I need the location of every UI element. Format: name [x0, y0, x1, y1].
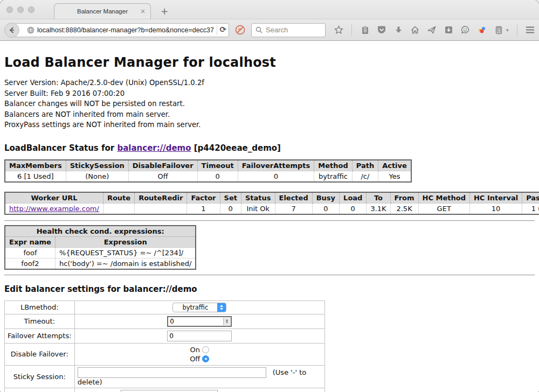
balancer-demo-link[interactable]: balancer://demo	[117, 143, 191, 153]
edit-settings-heading: Edit balancer settings for balancer://de…	[4, 284, 535, 294]
number-spinner-icon[interactable]	[223, 318, 230, 325]
cell-routeredir	[135, 203, 187, 214]
tab-balancer-manager[interactable]: Balancer Manager ×	[54, 3, 151, 19]
screenshot-icon[interactable]	[444, 25, 453, 35]
cell-expr-name: foof2	[5, 258, 55, 269]
menu-icon[interactable]	[526, 25, 535, 35]
zoom-window-button[interactable]	[28, 6, 34, 13]
col-factor: Factor	[187, 192, 220, 204]
traffic-lights	[6, 6, 34, 13]
cell-passes: 1 (0)	[522, 203, 539, 214]
url-text[interactable]: localhost:8880/balancer-manager?b=demo&n…	[37, 26, 214, 34]
col-passes: Passes	[522, 192, 539, 204]
new-tab-button[interactable]: +	[158, 6, 170, 17]
section-divider	[4, 275, 535, 276]
pocket-icon[interactable]	[377, 25, 386, 35]
minimize-window-button[interactable]	[17, 6, 24, 13]
cell-status: Init Ok	[241, 203, 275, 214]
home-icon[interactable]	[410, 25, 420, 35]
cell-maxmembers: 6 [1 Used]	[5, 171, 66, 182]
close-tab-icon[interactable]: ×	[140, 8, 146, 15]
worker-url-link[interactable]: http://www.example.com/	[9, 205, 99, 213]
cell-busy: 0	[312, 203, 339, 214]
timeout-label: Timeout:	[5, 314, 75, 328]
col-method: Method	[314, 160, 352, 171]
server-info: Server Version: Apache/2.5.0-dev (Unix) …	[4, 78, 535, 130]
col-path: Path	[352, 160, 378, 171]
cell-expression: hc('body') =~ /domain is established/	[55, 258, 196, 269]
sticky-session-label: Sticky Session:	[5, 365, 75, 388]
radio-off-label: Off	[190, 355, 200, 363]
col-route: Route	[103, 192, 134, 204]
search-bar[interactable]: Search	[251, 23, 326, 37]
url-bar[interactable]: localhost:8880/balancer-manager?b=demo&n…	[15, 23, 229, 37]
add-new-worker-input[interactable]	[121, 390, 218, 392]
col-active: Active	[378, 160, 411, 171]
col-to: To	[367, 192, 390, 204]
tab-bar: Balancer Manager × +	[0, 0, 539, 19]
chevron-down-icon[interactable]: ▾	[506, 27, 509, 33]
col-expr-name: Expr name	[5, 236, 55, 247]
col-failoverattempts: FailoverAttempts	[238, 160, 314, 171]
chat-smiley-icon[interactable]	[460, 25, 470, 35]
col-routeredir: RouteRedir	[135, 192, 187, 204]
health-table-title: Health check cond. expressions:	[5, 226, 196, 237]
cell-failoverattempts: 0	[238, 171, 314, 182]
toolbar-icons: ▾	[334, 25, 539, 36]
download-icon[interactable]	[393, 25, 403, 35]
col-maxmembers: MaxMembers	[5, 160, 66, 171]
back-button[interactable]	[4, 23, 19, 38]
notes-icon[interactable]	[494, 25, 503, 35]
timeout-input[interactable]	[168, 317, 223, 326]
page-title: Load Balancer Manager for localhost	[4, 55, 535, 70]
cell-expr-name: foof	[5, 247, 55, 258]
reload-icon[interactable]: ⟳	[219, 26, 226, 34]
search-placeholder: Search	[266, 26, 288, 34]
cell-load: 0	[340, 203, 367, 214]
timeout-field-wrap	[167, 316, 232, 327]
persist-note: Balancer changes will NOT be persisted o…	[4, 99, 535, 109]
cell-method: bytraffic	[314, 171, 352, 182]
failover-attempts-input[interactable]	[167, 331, 232, 341]
navigation-toolbar: localhost:8880/balancer-manager?b=demo&n…	[0, 19, 539, 41]
bookmark-star-icon[interactable]	[334, 25, 343, 35]
browser-window: Balancer Manager × + localhost:8880/bala…	[0, 0, 539, 392]
col-stickysession: StickySession	[66, 160, 128, 171]
health-check-table: Health check cond. expressions: Expr nam…	[4, 225, 196, 270]
cell-stickysession: (None)	[66, 171, 128, 182]
worker-table: Worker URL Route RouteRedir Factor Set S…	[4, 192, 539, 215]
cell-path: /c/	[352, 171, 378, 182]
block-icon[interactable]	[235, 25, 245, 35]
cell-set: 0	[220, 203, 241, 214]
clipboard-icon[interactable]	[360, 25, 370, 35]
table-row: foof2 hc('body') =~ /domain is establish…	[5, 258, 196, 269]
col-worker-url: Worker URL	[5, 192, 103, 204]
col-hc-interval: HC Interval	[469, 192, 522, 204]
cell-timeout: 0	[197, 171, 238, 182]
failover-attempts-label: Failover Attempts:	[5, 328, 75, 343]
send-icon[interactable]	[427, 25, 437, 35]
disable-failover-off-radio[interactable]	[202, 355, 209, 362]
close-window-button[interactable]	[6, 6, 13, 13]
col-from: From	[390, 192, 418, 204]
loadbalancer-status-heading: LoadBalancer Status for balancer://demo …	[4, 143, 535, 153]
lbmethod-select[interactable]: bytraffic	[172, 303, 226, 312]
radio-on-label: On	[190, 346, 200, 354]
cell-hc-method: GET	[418, 203, 469, 214]
cell-hc-interval: 10	[469, 203, 522, 214]
cell-factor: 1	[187, 203, 220, 214]
balancer-settings-form: LBmethod: bytraffic Timeout:	[4, 300, 325, 392]
disable-failover-on-radio[interactable]	[202, 346, 209, 353]
inherit-note: Balancers are NOT inherited from main se…	[4, 109, 535, 120]
tab-title: Balancer Manager	[77, 8, 128, 15]
site-identity-globe-icon[interactable]	[27, 26, 34, 34]
sticky-session-input[interactable]	[78, 367, 266, 378]
cell-active: Yes	[378, 171, 411, 182]
url-divider	[217, 25, 217, 35]
toolbar-separator	[517, 25, 517, 36]
cell-expression: %{REQUEST_STATUS} =~ /^[234]/	[55, 247, 196, 258]
col-expression: Expression	[55, 236, 196, 247]
col-load: Load	[340, 192, 367, 204]
containers-dots-icon[interactable]	[477, 25, 487, 35]
cell-from: 2.5K	[390, 203, 418, 214]
